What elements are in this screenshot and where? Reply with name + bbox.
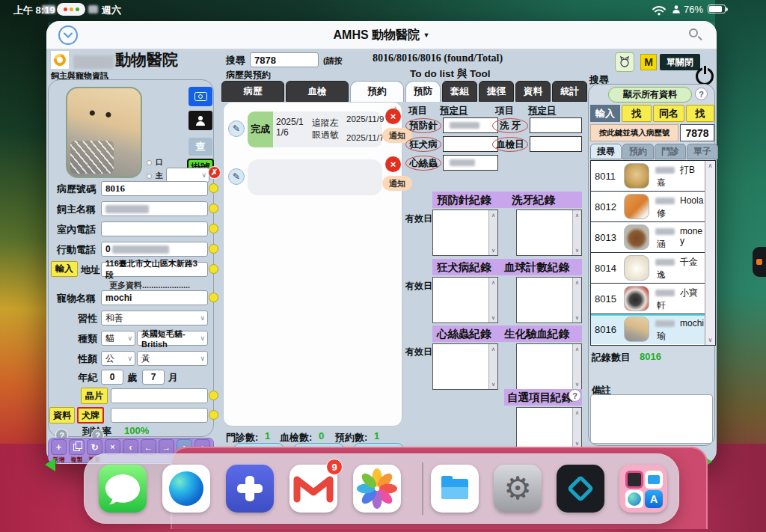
scrollbar[interactable]: ∧∨ <box>572 408 581 448</box>
power-button[interactable] <box>696 67 714 85</box>
history-search-input[interactable]: 7878 <box>250 52 319 67</box>
age-months-field[interactable]: 7 <box>142 370 165 385</box>
scrollbar[interactable]: ∧∨ <box>488 344 497 389</box>
bloodtest-due-field[interactable] <box>530 136 582 152</box>
tab-history[interactable]: 病歷 <box>221 81 284 102</box>
notify-button[interactable]: 通知 <box>382 176 412 191</box>
field-dot[interactable] <box>209 293 218 302</box>
tab-packages[interactable]: 套組 <box>442 81 477 102</box>
input-mode-button[interactable]: 輸入 <box>590 105 620 122</box>
record-no-field[interactable]: 8016 <box>101 181 208 196</box>
scrollbar[interactable]: ∧∨ <box>488 210 497 255</box>
pet-photo[interactable] <box>66 87 142 178</box>
dental-item[interactable]: 洗 牙 <box>492 118 528 133</box>
field-dot[interactable] <box>209 244 218 254</box>
table-row[interactable]: 8011 嘉 打B <box>591 161 705 192</box>
temperament-select[interactable]: 和善∨ <box>101 311 208 325</box>
m-button[interactable]: M <box>640 54 657 70</box>
dock-app-photos[interactable] <box>353 465 401 513</box>
table-row-selected[interactable]: 8016 瑜 mochi <box>591 314 705 344</box>
find-button-2[interactable]: 找 <box>686 105 714 122</box>
custom-records-list[interactable]: ∧∨ <box>516 407 582 449</box>
prev-record-button[interactable]: ← <box>141 439 156 455</box>
dock-app-messages[interactable] <box>99 465 147 513</box>
clear-badge[interactable]: ✗ <box>208 166 221 179</box>
more-data-link[interactable]: 更多資料..................... <box>109 280 190 291</box>
field-dot[interactable] <box>209 264 218 274</box>
scrollbar[interactable]: ∧∨ <box>572 344 581 389</box>
table-row[interactable]: 8014 逸 千金 <box>591 253 705 284</box>
contact-button[interactable] <box>189 111 212 130</box>
close-all-button[interactable]: 單關閉 <box>660 54 700 70</box>
scrollbar[interactable]: ∧∨ <box>488 278 497 322</box>
scrollbar[interactable]: ∧∨ <box>572 278 581 322</box>
dock-app-folder[interactable]: A <box>619 465 667 513</box>
tab-shortcuts[interactable]: 捷徑 <box>479 81 514 102</box>
copy-record-button[interactable] <box>69 439 85 455</box>
sex-select[interactable]: 公∨ <box>101 351 135 366</box>
dog-tag-button[interactable]: 犬牌 <box>77 407 104 424</box>
recording-indicator-pill[interactable] <box>57 3 85 16</box>
vaccine-records-list[interactable]: ∧∨ <box>432 210 498 256</box>
show-all-button[interactable]: 顯示所有資料 <box>608 87 692 103</box>
scroll-down-icon[interactable]: ∨ <box>705 337 715 343</box>
dock-app-edge[interactable] <box>162 465 210 513</box>
radio-dot-2[interactable] <box>147 174 152 179</box>
tab-prevention[interactable]: 預防 <box>405 81 441 102</box>
rabies-due-field[interactable] <box>443 136 498 152</box>
appointment-row[interactable]: 2025/11/6 追蹤左眼過敏 2025/11/9 2025/11/7 <box>273 111 382 147</box>
pet-name-field[interactable]: mochi <box>101 290 208 305</box>
table-row[interactable]: 8013 涵 money <box>591 222 705 253</box>
refresh-button[interactable]: ↻ <box>87 439 102 455</box>
fill-record-value[interactable]: 7878 <box>680 124 714 141</box>
sidebar-pull-handle[interactable] <box>753 247 766 277</box>
next-record-button[interactable]: → <box>159 439 174 455</box>
chip-button[interactable]: 晶片 <box>81 388 108 404</box>
tab-appointments[interactable]: 預約 <box>350 81 404 102</box>
dental-records-list[interactable]: ∧∨ <box>516 210 582 256</box>
data-button[interactable]: 資料 <box>49 407 75 424</box>
tab-bloodtest[interactable]: 血檢 <box>286 81 349 102</box>
field-dot[interactable] <box>209 204 218 213</box>
breed-select[interactable]: 英國短毛貓-British∨ <box>137 331 208 346</box>
notes-box[interactable] <box>590 394 713 444</box>
check-button[interactable]: 查 <box>189 138 212 156</box>
vaccine-item[interactable]: 預防針 <box>405 118 441 133</box>
search-help-button[interactable]: ? <box>695 88 708 100</box>
dog-tag-field[interactable] <box>111 408 208 423</box>
owner-name-field[interactable] <box>101 201 208 216</box>
bloodtest-item[interactable]: 血檢日 <box>492 137 528 152</box>
table-row[interactable]: 8015 軒 小寶 <box>591 284 705 314</box>
heartworm-item[interactable]: 心絲蟲 <box>405 156 441 171</box>
delete-appointment-button[interactable]: × <box>385 156 401 172</box>
cbc-records-list[interactable]: ∧∨ <box>516 277 582 323</box>
address-input-button[interactable]: 輸入 <box>51 261 78 277</box>
biochem-records-list[interactable]: ∧∨ <box>516 343 582 390</box>
same-name-button[interactable]: 同名 <box>653 105 684 122</box>
field-dot[interactable] <box>209 183 218 193</box>
species-select[interactable]: 貓∨ <box>101 331 135 346</box>
prev-page-arrow[interactable] <box>45 458 55 471</box>
dental-due-field[interactable] <box>530 117 582 133</box>
scrollbar[interactable]: ∧∨ <box>572 210 581 255</box>
table-scrollbar[interactable]: ∧ ∨ <box>705 161 715 345</box>
field-dot[interactable] <box>209 224 218 233</box>
rabies-records-list[interactable]: ∧∨ <box>432 277 498 323</box>
table-row[interactable]: 8012 修 Hoola <box>591 192 705 222</box>
tab-search[interactable]: 搜尋 <box>590 144 622 159</box>
radio-dot-1[interactable] <box>147 160 152 165</box>
tab-forms[interactable]: 單子 <box>687 144 718 159</box>
delete-appointment-button[interactable]: × <box>385 108 401 124</box>
field-dot[interactable] <box>209 410 218 420</box>
owner-dropdown[interactable]: ∨ <box>166 168 209 183</box>
dock-app-health[interactable] <box>226 465 274 513</box>
appointment-row-empty[interactable] <box>248 159 382 195</box>
fill-record-button[interactable]: 按此鍵並填入病歷號 <box>590 124 678 141</box>
custom-help-button[interactable]: ? <box>569 389 581 402</box>
scroll-up-icon[interactable]: ∧ <box>705 162 715 169</box>
age-years-field[interactable]: 0 <box>101 370 123 385</box>
tab-clinic[interactable]: 門診 <box>655 144 686 159</box>
vaccine-due-field[interactable] <box>443 117 498 133</box>
dock-app-filemaker[interactable] <box>557 465 604 513</box>
new-record-button[interactable]: + <box>51 439 67 455</box>
